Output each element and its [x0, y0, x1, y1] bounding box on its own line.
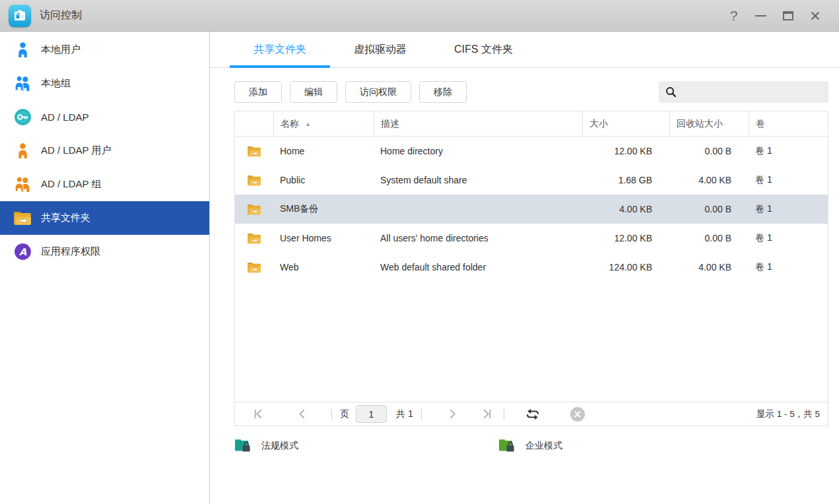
tab-label: CIFS 文件夹 — [454, 43, 513, 57]
tab-label: 共享文件夹 — [253, 43, 306, 57]
table-header: 名称▲描述大小回收站大小卷 — [235, 111, 828, 137]
cell-volume: 卷 1 — [749, 261, 828, 273]
column-header-2[interactable]: 大小 — [582, 111, 669, 136]
legend-item-enterprise-mode: 企业模式 — [498, 439, 762, 453]
remove-button[interactable]: 移除 — [419, 81, 467, 103]
search-box[interactable] — [659, 81, 828, 103]
sidebar-item-ad-ldap-groups[interactable]: AD / LDAP 组 — [0, 168, 209, 201]
page-summary: 显示 1 - 5，共 5 — [756, 408, 820, 420]
sidebar-item-label: AD / LDAP — [41, 111, 89, 123]
cell-size: 4.00 KB — [582, 204, 669, 214]
sidebar-item-label: AD / LDAP 用户 — [41, 144, 111, 157]
cell-recycle-size: 4.00 KB — [669, 262, 749, 272]
maximize-button[interactable] — [774, 5, 801, 27]
toolbar: 添加编辑访问权限移除 — [234, 81, 828, 103]
tab-shared-folders[interactable]: 共享文件夹 — [230, 32, 330, 67]
sidebar-item-label: AD / LDAP 组 — [41, 178, 101, 191]
cell-size: 12.00 KB — [582, 233, 669, 243]
local-group-icon — [13, 75, 32, 93]
cell-volume: 卷 1 — [749, 232, 828, 244]
sidebar: 本地用户本地组AD / LDAPAD / LDAP 用户AD / LDAP 组共… — [0, 32, 210, 504]
access-control-app-icon — [9, 5, 31, 27]
sidebar-item-label: 应用程序权限 — [41, 245, 100, 258]
column-header-label: 大小 — [589, 118, 608, 130]
window-controls: ? — [720, 5, 828, 27]
sidebar-item-label: 共享文件夹 — [41, 212, 90, 224]
toolbar-buttons: 添加编辑访问权限移除 — [234, 81, 475, 103]
refresh-button[interactable] — [524, 406, 541, 423]
column-header-0[interactable]: 名称▲ — [273, 111, 374, 136]
sidebar-item-ad-ldap[interactable]: AD / LDAP — [0, 100, 209, 134]
pagination-divider — [331, 409, 332, 420]
table-row[interactable]: User HomesAll users' home directories12.… — [235, 224, 828, 253]
cell-name: Home — [273, 146, 374, 156]
cell-size: 12.00 KB — [582, 146, 669, 156]
shared-folder-icon — [235, 204, 273, 215]
first-page-button[interactable] — [250, 406, 267, 423]
cell-name: Web — [273, 262, 374, 272]
sidebar-item-local-groups[interactable]: 本地组 — [0, 67, 209, 100]
compliance-mode-folder-icon — [234, 439, 252, 453]
prev-page-button[interactable] — [293, 406, 310, 423]
table-row[interactable]: HomeHome directory12.00 KB0.00 B卷 1 — [235, 137, 828, 166]
app-privileges-icon: A — [13, 243, 32, 261]
column-header-4[interactable]: 卷 — [749, 111, 828, 136]
maximize-icon — [783, 11, 793, 20]
cell-size: 1.68 GB — [582, 175, 669, 185]
cell-recycle-size: 4.00 KB — [669, 175, 749, 185]
domain-user-icon — [13, 142, 32, 160]
app-window: 访问控制 ? 本地用户本地组AD / LDAPAD / LDAP 用户AD / … — [0, 0, 839, 504]
edit-button[interactable]: 编辑 — [290, 81, 337, 103]
add-button[interactable]: 添加 — [234, 81, 282, 103]
minimize-button[interactable] — [747, 5, 774, 27]
shared-folders-panel: 添加编辑访问权限移除 名称▲描述大小回收站大小卷 HomeHome direct… — [210, 68, 839, 504]
column-header-icon — [235, 111, 273, 136]
shared-folders-table: 名称▲描述大小回收站大小卷 HomeHome directory12.00 KB… — [234, 111, 828, 426]
sidebar-item-label: 本地组 — [41, 77, 71, 90]
permissions-button[interactable]: 访问权限 — [345, 81, 411, 103]
cell-description: Web default shared folder — [374, 262, 582, 272]
titlebar: 访问控制 ? — [0, 0, 839, 32]
column-header-1[interactable]: 描述 — [374, 111, 582, 136]
search-input[interactable] — [681, 87, 822, 98]
table-row[interactable]: PublicSystem default share1.68 GB4.00 KB… — [235, 166, 828, 195]
last-page-button[interactable] — [479, 406, 496, 423]
sidebar-item-shared-folders[interactable]: 共享文件夹 — [0, 201, 209, 235]
cell-volume: 卷 1 — [749, 174, 828, 186]
close-button[interactable] — [801, 5, 828, 27]
cell-name: Public — [273, 175, 374, 185]
next-page-button[interactable] — [444, 406, 461, 423]
sidebar-item-app-privileges[interactable]: A应用程序权限 — [0, 235, 209, 268]
pagination-divider — [421, 409, 422, 420]
window-title: 访问控制 — [40, 9, 82, 22]
enterprise-mode-folder-icon — [498, 439, 516, 453]
legend-label: 法规模式 — [261, 440, 298, 452]
column-header-label: 卷 — [756, 118, 765, 130]
cell-description: Home directory — [374, 146, 582, 156]
sidebar-item-ad-ldap-users[interactable]: AD / LDAP 用户 — [0, 134, 209, 168]
clear-selection-button[interactable] — [570, 407, 585, 422]
table-row[interactable]: SMB备份4.00 KB0.00 B卷 1 — [235, 195, 828, 224]
total-pages-label: 共 1 — [396, 408, 413, 420]
sidebar-item-label: 本地用户 — [41, 44, 81, 56]
help-button[interactable]: ? — [720, 5, 747, 27]
minimize-icon — [755, 15, 766, 16]
column-header-3[interactable]: 回收站大小 — [669, 111, 749, 136]
tab-virtual-drive[interactable]: 虚拟驱动器 — [330, 32, 430, 67]
page-label: 页 — [340, 408, 349, 420]
tab-bar: 共享文件夹虚拟驱动器CIFS 文件夹 — [210, 32, 839, 68]
legend-row: 法规模式企业模式 — [234, 432, 828, 460]
sort-asc-icon: ▲ — [305, 121, 311, 127]
page-input[interactable] — [356, 405, 387, 423]
cell-description: System default share — [374, 175, 582, 185]
domain-group-icon — [13, 175, 32, 194]
local-user-icon — [13, 41, 32, 59]
legend-label: 企业模式 — [525, 440, 562, 452]
table-row[interactable]: WebWeb default shared folder124.00 KB4.0… — [235, 253, 828, 282]
close-icon — [810, 11, 821, 21]
shared-folder-icon — [235, 262, 273, 273]
tab-cifs-folder[interactable]: CIFS 文件夹 — [430, 32, 537, 67]
sidebar-item-local-users[interactable]: 本地用户 — [0, 33, 209, 67]
shared-folder-icon — [235, 175, 273, 186]
pagination-divider — [504, 409, 504, 420]
